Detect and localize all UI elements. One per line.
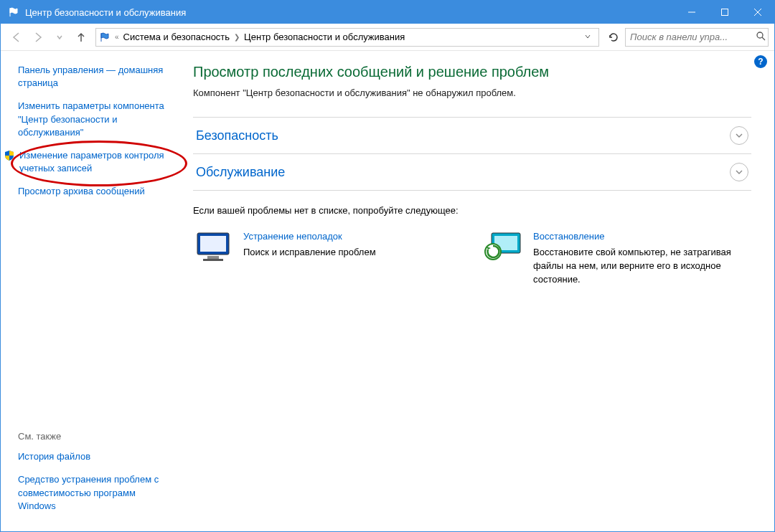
- card-desc: Восстановите свой компьютер, не затрагив…: [533, 246, 751, 287]
- main-panel: Просмотр последних сообщений и решение п…: [179, 51, 774, 531]
- sidebar-link-uac-row: Изменение параметров контроля учетных за…: [18, 149, 170, 185]
- card-title[interactable]: Восстановление: [533, 230, 751, 244]
- chevron-down-icon: [730, 163, 748, 181]
- titlebar: Центр безопасности и обслуживания: [1, 1, 774, 24]
- sidebar-link-home[interactable]: Панель управления — домашняя страница: [18, 64, 170, 90]
- card-recovery: Восстановление Восстановите свой компьют…: [483, 230, 751, 286]
- svg-rect-1: [722, 9, 728, 16]
- card-troubleshoot: Устранение неполадок Поиск и исправление…: [193, 230, 461, 286]
- breadcrumb[interactable]: « Система и безопасность ❯ Центр безопас…: [95, 28, 599, 47]
- help-icon[interactable]: ?: [754, 55, 767, 68]
- search-box[interactable]: [625, 28, 769, 47]
- chevron-down-icon: [730, 126, 748, 145]
- section-title: Обслуживание: [196, 165, 285, 180]
- see-also-heading: См. также: [18, 431, 170, 442]
- see-also-compatibility[interactable]: Средство устранения проблем с совместимо…: [18, 473, 170, 513]
- recovery-icon: [483, 230, 523, 263]
- window: Центр безопасности и обслуживания « Сист…: [0, 0, 775, 532]
- window-title: Центр безопасности и обслуживания: [25, 7, 675, 18]
- recent-dropdown[interactable]: [50, 27, 70, 47]
- back-button[interactable]: [6, 27, 27, 47]
- forward-button[interactable]: [28, 27, 48, 47]
- svg-rect-8: [207, 256, 219, 259]
- content-body: ? Панель управления — домашняя страница …: [1, 51, 774, 531]
- see-also-file-history[interactable]: История файлов: [18, 450, 170, 463]
- section-security[interactable]: Безопасность: [193, 117, 751, 153]
- breadcrumb-item[interactable]: Система и безопасность: [123, 32, 230, 42]
- sidebar: Панель управления — домашняя страница Из…: [1, 51, 179, 531]
- search-icon: [756, 31, 766, 44]
- navbar: « Система и безопасность ❯ Центр безопас…: [1, 24, 774, 51]
- breadcrumb-prefix: «: [115, 33, 119, 41]
- monitor-icon: [193, 230, 233, 263]
- search-input[interactable]: [630, 32, 751, 42]
- divider: [193, 190, 751, 191]
- sidebar-link-uac[interactable]: Изменение параметров контроля учетных за…: [19, 149, 170, 175]
- card-title[interactable]: Устранение неполадок: [243, 230, 376, 244]
- page-heading: Просмотр последних сообщений и решение п…: [193, 64, 751, 80]
- sidebar-link-change-settings[interactable]: Изменить параметры компонента "Центр без…: [18, 100, 170, 139]
- svg-rect-7: [200, 236, 226, 252]
- sidebar-link-archive[interactable]: Просмотр архива сообщений: [18, 185, 170, 198]
- close-button[interactable]: [741, 1, 774, 24]
- section-title: Безопасность: [196, 128, 278, 143]
- cards-row: Устранение неполадок Поиск и исправление…: [193, 230, 751, 286]
- svg-line-5: [762, 37, 765, 40]
- up-button[interactable]: [71, 27, 91, 47]
- refresh-button[interactable]: [603, 28, 624, 47]
- card-desc: Поиск и исправление проблем: [243, 246, 376, 260]
- shield-icon: [4, 150, 15, 161]
- try-also-text: Если вашей проблемы нет в списке, попроб…: [193, 205, 751, 216]
- svg-rect-9: [203, 259, 223, 261]
- minimize-button[interactable]: [675, 1, 708, 24]
- svg-point-4: [757, 32, 763, 38]
- chevron-down-icon[interactable]: [580, 32, 596, 42]
- maximize-button[interactable]: [708, 1, 741, 24]
- breadcrumb-item[interactable]: Центр безопасности и обслуживания: [244, 32, 405, 42]
- flag-icon: [99, 32, 111, 43]
- flag-icon: [8, 6, 19, 18]
- page-subtitle: Компонент "Центр безопасности и обслужив…: [193, 87, 751, 98]
- section-maintenance[interactable]: Обслуживание: [193, 153, 751, 190]
- chevron-right-icon: ❯: [234, 33, 240, 41]
